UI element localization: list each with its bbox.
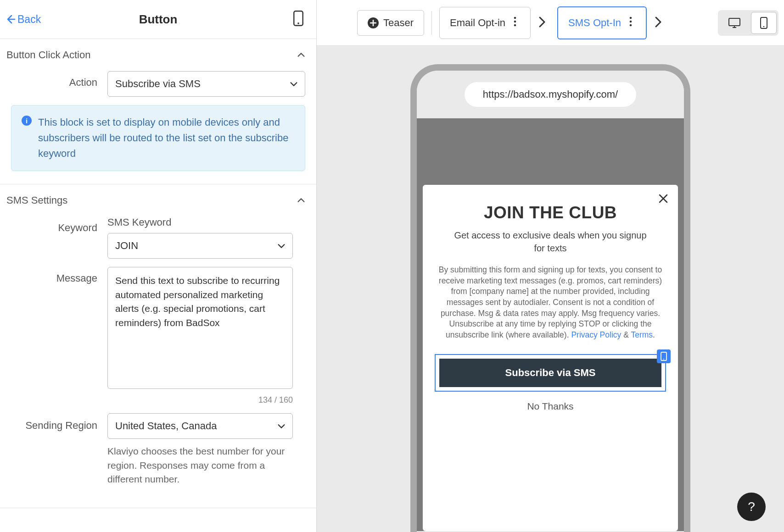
teaser-label: Teaser bbox=[383, 17, 414, 29]
popup-legal: By submitting this form and signing up f… bbox=[435, 265, 666, 340]
back-label: Back bbox=[17, 13, 41, 26]
preview-panel: Teaser Email Opt-in SMS Opt-In bbox=[317, 0, 784, 532]
period-text: . bbox=[653, 330, 655, 339]
legal-text: By submitting this form and signing up f… bbox=[439, 265, 662, 339]
no-thanks-button[interactable]: No Thanks bbox=[435, 401, 666, 412]
action-label: Action bbox=[11, 71, 107, 89]
keyword-label: Keyword bbox=[11, 216, 107, 234]
mobile-icon bbox=[760, 17, 768, 29]
arrow-left-icon bbox=[5, 14, 16, 25]
section-header-sms[interactable]: SMS Settings bbox=[0, 184, 316, 216]
svg-point-12 bbox=[663, 359, 664, 360]
email-optin-button[interactable]: Email Opt-in bbox=[439, 7, 531, 39]
toolbar: Teaser Email Opt-in SMS Opt-In bbox=[317, 0, 784, 46]
back-button[interactable]: Back bbox=[5, 13, 41, 26]
mobile-icon bbox=[661, 352, 667, 361]
mobile-device-icon[interactable] bbox=[290, 8, 307, 30]
phone-screen: JOIN THE CLUB Get access to exclusive de… bbox=[417, 118, 684, 531]
keyword-sublabel: SMS Keyword bbox=[107, 216, 305, 228]
chevron-right-icon bbox=[650, 16, 666, 30]
char-count: 134 / 160 bbox=[107, 395, 293, 405]
settings-panel: Back Button Button Click Action Action S… bbox=[0, 0, 317, 532]
region-select[interactable]: United States, Canada bbox=[107, 413, 293, 439]
close-button[interactable] bbox=[658, 193, 669, 206]
terms-link[interactable]: Terms bbox=[631, 330, 653, 339]
cta-selection-frame[interactable]: Subscribe via SMS bbox=[435, 354, 666, 392]
section-click-action: Button Click Action Action Subscribe via… bbox=[0, 39, 316, 184]
desktop-view-button[interactable] bbox=[720, 12, 749, 34]
viewport-toggle bbox=[718, 10, 778, 36]
privacy-link[interactable]: Privacy Policy bbox=[571, 330, 621, 339]
mobile-badge bbox=[657, 349, 671, 363]
preview-area: https://badsox.myshopify.com/ JOIN THE C… bbox=[317, 46, 784, 532]
panel-header: Back Button bbox=[0, 0, 316, 39]
action-select[interactable]: Subscribe via SMS bbox=[107, 71, 305, 97]
phone-addressbar: https://badsox.myshopify.com/ bbox=[417, 71, 684, 118]
step-email-optin: Email Opt-in bbox=[439, 7, 550, 39]
info-icon: i bbox=[22, 116, 32, 126]
chevron-right-icon bbox=[534, 16, 550, 30]
subscribe-sms-button[interactable]: Subscribe via SMS bbox=[439, 359, 661, 387]
svg-point-6 bbox=[630, 20, 632, 22]
svg-point-4 bbox=[514, 24, 516, 26]
popup-subtitle: Get access to exclusive deals when you s… bbox=[435, 229, 666, 255]
svg-point-3 bbox=[514, 20, 516, 22]
plus-circle-icon bbox=[368, 17, 379, 28]
sms-optin-button[interactable]: SMS Opt-In bbox=[557, 6, 647, 39]
message-textarea[interactable] bbox=[107, 267, 293, 389]
divider bbox=[431, 11, 432, 35]
section-title: Button Click Action bbox=[6, 49, 90, 61]
svg-point-7 bbox=[630, 24, 632, 26]
signup-popup: JOIN THE CLUB Get access to exclusive de… bbox=[423, 185, 678, 531]
section-sms-settings: SMS Settings Keyword SMS Keyword JOIN Me bbox=[0, 184, 316, 508]
region-label: Sending Region bbox=[11, 413, 107, 432]
email-optin-label: Email Opt-in bbox=[450, 17, 505, 29]
panel-title: Button bbox=[139, 12, 178, 27]
sms-optin-label: SMS Opt-In bbox=[568, 17, 621, 29]
more-menu-icon[interactable] bbox=[510, 14, 520, 32]
svg-point-2 bbox=[514, 17, 516, 19]
help-button[interactable]: ? bbox=[737, 493, 766, 521]
popup-title: JOIN THE CLUB bbox=[435, 203, 666, 222]
amp-text: & bbox=[621, 330, 631, 339]
chevron-up-icon bbox=[296, 50, 306, 60]
svg-rect-8 bbox=[729, 18, 740, 26]
svg-point-1 bbox=[297, 22, 299, 24]
info-text: This block is set to display on mobile d… bbox=[38, 115, 295, 161]
svg-point-5 bbox=[630, 17, 632, 19]
info-callout: i This block is set to display on mobile… bbox=[11, 105, 305, 171]
teaser-button[interactable]: Teaser bbox=[357, 10, 424, 36]
region-help: Klaviyo chooses the best number for your… bbox=[107, 444, 293, 486]
section-title: SMS Settings bbox=[6, 194, 67, 206]
phone-frame: https://badsox.myshopify.com/ JOIN THE C… bbox=[410, 64, 690, 532]
keyword-select[interactable]: JOIN bbox=[107, 233, 293, 259]
svg-point-10 bbox=[763, 26, 765, 27]
step-sms-optin: SMS Opt-In bbox=[557, 6, 666, 39]
chevron-up-icon bbox=[296, 195, 306, 205]
url-display: https://badsox.myshopify.com/ bbox=[465, 82, 636, 107]
mobile-view-button[interactable] bbox=[751, 12, 777, 34]
close-icon bbox=[658, 193, 669, 204]
more-menu-icon[interactable] bbox=[626, 14, 636, 32]
section-header-click-action[interactable]: Button Click Action bbox=[0, 39, 316, 71]
desktop-icon bbox=[728, 17, 741, 28]
message-label: Message bbox=[11, 267, 107, 284]
